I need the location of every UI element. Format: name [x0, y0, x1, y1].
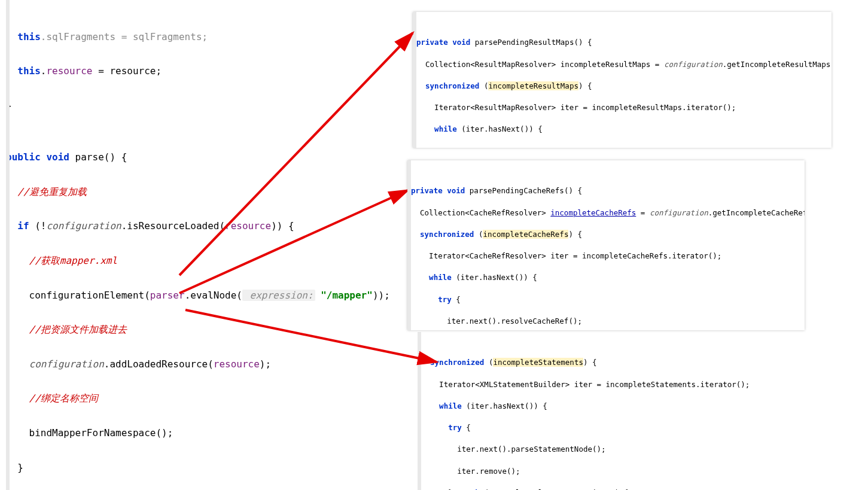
- code-line: while (iter.hasNext()) {: [421, 401, 830, 412]
- code-line: iter.next().resolveCacheRef();: [411, 316, 799, 327]
- code-line: private void parsePendingCacheRefs() {: [411, 185, 799, 196]
- code-line: configuration.addLoadedResource(resource…: [6, 356, 413, 373]
- code-line: Collection<ResultMapResolver> incomplete…: [416, 59, 826, 70]
- code-line: private void parsePendingResultMaps() {: [416, 37, 826, 48]
- code-line: synchronized (incompleteCacheRefs) {: [411, 229, 799, 240]
- gutter: [407, 160, 411, 330]
- code-line: configurationElement(parser.evalNode( ex…: [6, 287, 413, 305]
- code-line: }: [6, 459, 413, 477]
- code-line: //把资源文件加载进去: [6, 321, 413, 339]
- gutter: [413, 12, 416, 148]
- code-line: if (!configuration.isResourceLoaded(reso…: [6, 218, 413, 235]
- code-line: while (iter.hasNext()) {: [416, 124, 826, 135]
- code-line: //绑定名称空间: [6, 390, 413, 407]
- code-line: this.sqlFragments = sqlFragments;: [6, 29, 413, 46]
- code-line: iter.remove();: [421, 466, 830, 477]
- code-line: Iterator<XMLStatementBuilder> iter = inc…: [421, 379, 830, 390]
- code-line: Iterator<CacheRefResolver> iter = incomp…: [411, 251, 799, 261]
- main-code-panel[interactable]: this.sqlFragments = sqlFragments; this.r…: [6, 0, 413, 490]
- code-line: this.resource = resource;: [6, 63, 413, 80]
- code-line: //避免重复加载: [6, 184, 413, 201]
- code-line: try {: [416, 146, 826, 148]
- code-line: iter.next().parseStatementNode();: [421, 444, 830, 455]
- code-line: Iterator<ResultMapResolver> iter = incom…: [416, 102, 826, 113]
- code-line: public void parse() {: [6, 149, 413, 166]
- code-line: while (iter.hasNext()) {: [411, 272, 799, 283]
- gutter: [418, 332, 421, 490]
- code-line: synchronized (incompleteResultMaps) {: [416, 81, 826, 92]
- code-line: }: [6, 98, 413, 115]
- popup-panel-resultmaps[interactable]: private void parsePendingResultMaps() { …: [413, 12, 832, 148]
- code-line: try {: [411, 294, 799, 305]
- code-line: } catch (IncompleteElementException e) {: [421, 488, 830, 490]
- gutter: [6, 0, 10, 490]
- popup-panel-cacherefs[interactable]: private void parsePendingCacheRefs() { C…: [407, 160, 805, 330]
- code-line: Collection<CacheRefResolver> incompleteC…: [411, 208, 799, 218]
- code-line: try {: [421, 422, 830, 433]
- code-line: bindMapperForNamespace();: [6, 425, 413, 442]
- code-line: //获取mapper.xml: [6, 252, 413, 270]
- code-line: synchronized (incompleteStatements) {: [421, 357, 830, 368]
- popup-panel-statements[interactable]: synchronized (incompleteStatements) { It…: [418, 332, 836, 490]
